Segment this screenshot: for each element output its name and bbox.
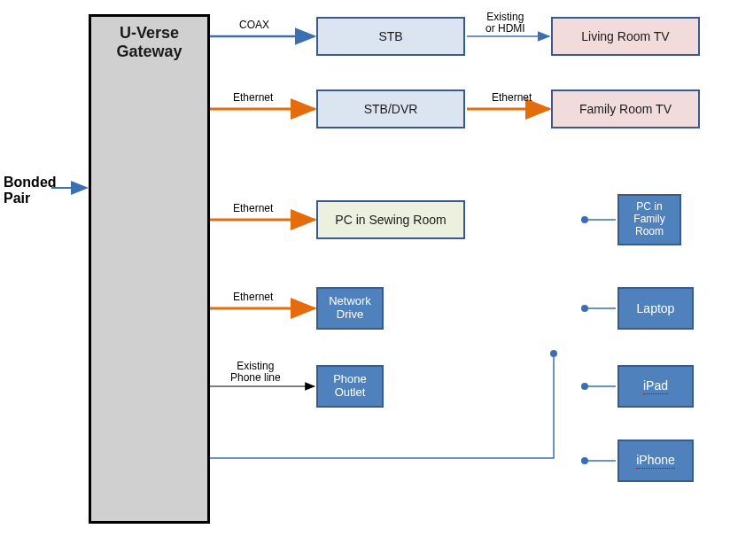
ethernet3-label: Ethernet xyxy=(233,292,273,303)
sewing-pc-text: PC in Sewing Room xyxy=(335,213,446,227)
gateway-title: U-Verse Gateway xyxy=(100,24,198,61)
phone-line-label: Existing Phone line xyxy=(230,361,281,384)
bonded-pair-label: Bonded Pair xyxy=(4,175,57,206)
dvr-text: STB/DVR xyxy=(364,102,418,116)
ethernet2-label: Ethernet xyxy=(233,203,273,214)
living-tv-text: Living Room TV xyxy=(581,29,669,43)
dvr-box: STB/DVR xyxy=(316,89,465,128)
laptop-text: Laptop xyxy=(637,301,675,315)
svg-point-10 xyxy=(581,216,588,223)
svg-point-14 xyxy=(581,383,588,390)
family-tv-text: Family Room TV xyxy=(579,102,672,116)
net-drive-box: Network Drive xyxy=(316,287,384,330)
family-tv-box: Family Room TV xyxy=(551,89,700,128)
iphone-text: iPhone xyxy=(636,453,675,469)
phone-outlet-box: Phone Outlet xyxy=(316,365,384,408)
stb-text: STB xyxy=(378,29,402,43)
ethernet1-label: Ethernet xyxy=(233,92,273,104)
svg-point-12 xyxy=(581,305,588,312)
family-pc-box: PC in Family Room xyxy=(617,194,681,245)
iphone-box: iPhone xyxy=(617,439,694,482)
sewing-pc-box: PC in Sewing Room xyxy=(316,200,465,239)
coax-label: COAX xyxy=(239,19,269,31)
net-drive-text: Network Drive xyxy=(329,295,371,322)
svg-point-16 xyxy=(581,457,588,464)
dvr-tv-label: Ethernet xyxy=(492,92,532,104)
family-pc-text: PC in Family Room xyxy=(633,201,664,237)
phone-outlet-text: Phone Outlet xyxy=(333,373,367,400)
ipad-text: iPad xyxy=(643,378,668,394)
gateway-box: U-Verse Gateway xyxy=(89,14,210,524)
laptop-box: Laptop xyxy=(617,287,694,330)
stb-tv-label: Existing or HDMI xyxy=(485,12,525,35)
stb-box: STB xyxy=(316,17,465,56)
living-tv-box: Living Room TV xyxy=(551,17,700,56)
svg-point-8 xyxy=(550,350,557,357)
ipad-box: iPad xyxy=(617,365,694,408)
